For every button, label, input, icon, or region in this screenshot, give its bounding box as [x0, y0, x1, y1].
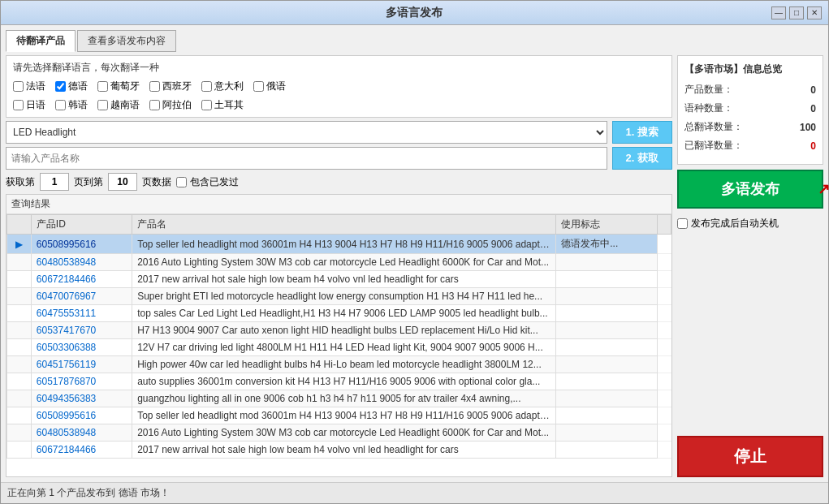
lang-item-ko[interactable]: 韩语: [55, 98, 88, 112]
minimize-button[interactable]: —: [771, 6, 786, 19]
cell-flag: 德语发布中...: [556, 235, 657, 254]
table-row[interactable]: 604805389482016 Auto Lighting System 30W…: [7, 424, 671, 442]
table-row[interactable]: 6050330638812V H7 car driving led light …: [7, 339, 671, 356]
lang-item-vi[interactable]: 越南语: [97, 98, 140, 112]
lang-checkbox-es[interactable]: [149, 81, 160, 92]
row-indicator: [7, 442, 32, 459]
row-indicator: [7, 322, 32, 339]
table-row[interactable]: 60451756119High power 40w car led headli…: [7, 356, 671, 373]
cell-flag: [556, 373, 657, 390]
cell-id: 60475553111: [31, 305, 132, 322]
cell-flag: [556, 339, 657, 356]
content-area: 待翻译产品 查看多语发布内容 请先选择翻译语言，每次翻译一种 法语 德语: [1, 25, 828, 482]
page-from-input[interactable]: [40, 173, 69, 191]
cell-id: 60672184466: [31, 442, 132, 459]
table-row[interactable]: 604805389482016 Auto Lighting System 30W…: [7, 254, 671, 271]
cell-name: Super bright ETI led motorcycle headligh…: [132, 288, 556, 305]
cell-id: 60470076967: [31, 288, 132, 305]
include-published-label[interactable]: 包含已发过: [176, 175, 239, 189]
table-container[interactable]: 产品ID 产品名 使用标志 ▶60508995616Top seller led…: [6, 214, 671, 476]
lang-checkbox-tr[interactable]: [201, 100, 212, 110]
main-window: 多语言发布 — □ ✕ 待翻译产品 查看多语发布内容 请先选择翻译语言，每次翻译…: [0, 0, 829, 504]
product-count-label: 产品数量：: [684, 83, 733, 97]
page-from-label: 获取第: [6, 175, 35, 189]
table-row[interactable]: 60475553111top sales Car Led Light Led H…: [7, 305, 671, 322]
lang-count-label: 语种数量：: [684, 101, 733, 115]
cell-flag: [556, 305, 657, 322]
table-row[interactable]: 60537417670H7 H13 9004 9007 Car auto xen…: [7, 322, 671, 339]
fetch-button[interactable]: 2. 获取: [612, 147, 672, 170]
info-row-done-translate: 已翻译数量： 0: [684, 139, 816, 153]
lang-checkbox-it[interactable]: [201, 81, 212, 92]
table-row[interactable]: 60470076967Super bright ETI led motorcyc…: [7, 288, 671, 305]
results-section: 查询结果 产品ID 产品名 使用标志: [6, 194, 672, 477]
auto-shutdown-checkbox[interactable]: [677, 218, 688, 229]
cell-flag: [556, 407, 657, 424]
table-row[interactable]: ▶60508995616Top seller led headlight mod…: [7, 235, 671, 254]
lang-item-ar[interactable]: 阿拉伯: [149, 98, 192, 112]
page-to-input[interactable]: [108, 173, 137, 191]
lang-item-tr[interactable]: 土耳其: [201, 98, 244, 112]
search-button[interactable]: 1. 搜索: [612, 121, 672, 144]
product-name-row: 2. 获取: [6, 147, 672, 170]
info-box: 【多语市场】信息总览 产品数量： 0 语种数量： 0 总翻译数量： 100 已: [677, 55, 823, 165]
total-translate-value: 100: [800, 122, 816, 133]
table-row[interactable]: 60508995616Top seller led headlight mod …: [7, 407, 671, 424]
maximize-button[interactable]: □: [789, 6, 804, 19]
row-indicator: ▶: [7, 235, 32, 254]
cell-flag: [556, 390, 657, 407]
stop-button[interactable]: 停止: [677, 436, 823, 477]
lang-checkbox-ru[interactable]: [253, 81, 264, 92]
lang-item-it[interactable]: 意大利: [201, 80, 244, 93]
table-row[interactable]: 60494356383guangzhou lighting all in one…: [7, 390, 671, 407]
search-area: LED Headlight 1. 搜索: [6, 121, 672, 144]
col-header-id: 产品ID: [31, 215, 132, 235]
table-row[interactable]: 606721844662017 new arrival hot sale hig…: [7, 442, 671, 459]
product-name-input[interactable]: [6, 147, 607, 170]
cell-id: 60503306388: [31, 339, 132, 356]
include-published-checkbox[interactable]: [176, 177, 187, 187]
lang-item-fr[interactable]: 法语: [13, 80, 45, 93]
cell-id: 60517876870: [31, 373, 132, 390]
tab-pending[interactable]: 待翻译产品: [6, 30, 76, 52]
status-text: 正在向第 1 个产品发布到 德语 市场！: [7, 487, 170, 498]
total-translate-label: 总翻译数量：: [684, 120, 743, 134]
cell-name: 2017 new arrival hot sale high low beam …: [132, 271, 556, 288]
lang-item-ru[interactable]: 俄语: [253, 80, 286, 93]
search-input-wrapper: LED Headlight: [6, 121, 607, 144]
lang-checkbox-ar[interactable]: [149, 100, 160, 110]
table-row[interactable]: 606721844662017 new arrival hot sale hig…: [7, 271, 671, 288]
lang-checkbox-de[interactable]: [55, 81, 66, 92]
lang-checkbox-vi[interactable]: [97, 100, 108, 110]
cell-flag: [556, 288, 657, 305]
lang-item-pt[interactable]: 葡萄牙: [97, 80, 140, 93]
lang-count-value: 0: [810, 103, 816, 114]
lang-checkbox-pt[interactable]: [97, 81, 108, 92]
row-indicator: [7, 390, 32, 407]
row-indicator: [7, 373, 32, 390]
lang-item-de[interactable]: 德语: [55, 80, 88, 93]
row-indicator: [7, 356, 32, 373]
publish-btn-wrapper: 多语发布 ↗: [677, 170, 823, 209]
cell-id: 60480538948: [31, 424, 132, 442]
lang-checkbox-ko[interactable]: [55, 100, 66, 110]
lang-item-ja[interactable]: 日语: [13, 98, 45, 112]
main-body: 请先选择翻译语言，每次翻译一种 法语 德语 葡萄牙 西班牙: [6, 55, 823, 477]
lang-row-1: 法语 德语 葡萄牙 西班牙 意大利: [13, 80, 665, 93]
status-bar: 正在向第 1 个产品发布到 德语 市场！: [1, 482, 828, 503]
lang-checkbox-ja[interactable]: [13, 100, 24, 110]
lang-item-es[interactable]: 西班牙: [149, 80, 192, 93]
table-row[interactable]: 60517876870auto supplies 36001m conversi…: [7, 373, 671, 390]
cell-flag: [556, 322, 657, 339]
cell-name: Top seller led headlight mod 36001m H4 H…: [132, 407, 556, 424]
close-button[interactable]: ✕: [807, 6, 822, 19]
row-indicator: [7, 407, 32, 424]
search-dropdown[interactable]: LED Headlight: [6, 121, 607, 144]
lang-checkbox-fr[interactable]: [13, 81, 24, 92]
auto-shutdown-row[interactable]: 发布完成后自动关机: [677, 217, 823, 230]
tab-view-published[interactable]: 查看多语发布内容: [77, 30, 176, 52]
info-row-lang-count: 语种数量： 0: [684, 101, 816, 115]
publish-button[interactable]: 多语发布: [677, 170, 823, 209]
cell-name: auto supplies 36001m conversion kit H4 H…: [132, 373, 556, 390]
lang-area: 请先选择翻译语言，每次翻译一种 法语 德语 葡萄牙 西班牙: [6, 55, 672, 118]
